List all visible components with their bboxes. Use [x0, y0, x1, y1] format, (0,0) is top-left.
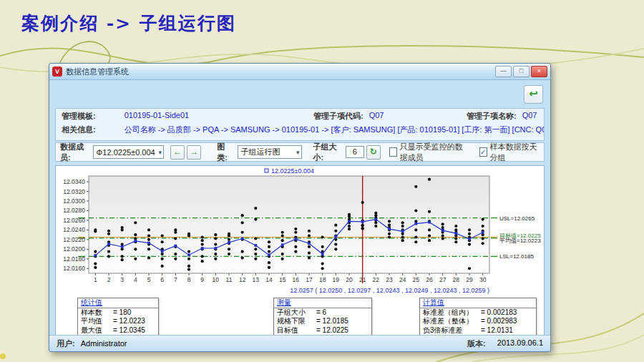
info-row-2: 相关信息: 公司名称 -> 品质部 -> PQA -> SAMSUNG -> 0…: [56, 122, 544, 136]
chart-panel: 12.016012.018012.020012.022012.024012.02…: [55, 165, 545, 340]
chart-type-label: 图类:: [217, 142, 231, 163]
next-member-button[interactable]: →: [187, 145, 201, 160]
svg-text:12.0260: 12.0260: [63, 217, 85, 224]
back-arrow-icon: ↩: [529, 87, 538, 99]
version-label: 版本:: [467, 338, 486, 349]
svg-text:12.0257 ( 12.0250 , 12.0297 ,: 12.0257 ( 12.0250 , 12.0297 , 12.0243 , …: [290, 287, 489, 294]
table-row: 子组大小= 6: [274, 308, 371, 318]
svg-text:20: 20: [346, 276, 353, 283]
svg-text:15: 15: [279, 276, 286, 283]
subgroup-run-chart[interactable]: 12.016012.018012.020012.022012.024012.02…: [56, 166, 544, 295]
data-member-label: 数据成员:: [60, 142, 87, 163]
svg-text:12.0240: 12.0240: [63, 226, 85, 233]
group-by-day-checkbox[interactable]: ✓: [479, 147, 487, 157]
svg-text:24: 24: [399, 276, 406, 283]
svg-text:LSL=12.0185: LSL=12.0185: [499, 253, 534, 260]
svg-text:17: 17: [306, 276, 313, 283]
svg-text:7: 7: [174, 276, 177, 283]
svg-text:6: 6: [160, 276, 164, 283]
check-icon: ✓: [480, 149, 486, 156]
table-row: 样本数= 180: [78, 308, 158, 318]
app-logo-icon: V: [52, 67, 62, 77]
svg-text:26: 26: [426, 276, 433, 283]
chart-type-select[interactable]: 子组运行图 ▾: [238, 145, 302, 159]
template-label: 管理模板:: [62, 111, 96, 122]
svg-text:12.0280: 12.0280: [63, 207, 85, 214]
group-by-day-label: 样本数据按天分组: [490, 142, 540, 163]
svg-text:12.0340: 12.0340: [63, 178, 85, 185]
maximize-button[interactable]: □: [513, 66, 530, 77]
data-member-value: Φ12.0225±0.004: [97, 148, 155, 157]
presentation-slide: 案例介绍 -> 子组运行图 V 数据信息管理系统 — □ × ↩ 管理模板: 0…: [0, 0, 644, 362]
svg-text:22: 22: [373, 276, 380, 283]
svg-text:12.0180: 12.0180: [63, 255, 85, 263]
table-row: 平均值= 12.0223: [78, 317, 158, 326]
info-row-1: 管理模板: 010195-01-Side01 管理子项代码: Q07 管理子项名…: [56, 109, 544, 122]
svg-text:30: 30: [479, 276, 487, 283]
svg-text:5: 5: [147, 276, 151, 283]
svg-text:USL=12.0265: USL=12.0265: [499, 215, 535, 222]
svg-text:11: 11: [226, 276, 233, 283]
svg-text:23: 23: [386, 276, 393, 283]
svg-text:25: 25: [413, 276, 420, 283]
subgroup-size-label: 子组大小:: [313, 142, 341, 163]
svg-text:1: 1: [94, 276, 97, 283]
svg-text:14: 14: [265, 276, 273, 283]
data-member-select[interactable]: Φ12.0225±0.004 ▾: [93, 145, 164, 159]
svg-text:9: 9: [200, 276, 204, 283]
svg-text:16: 16: [293, 276, 300, 283]
statistics-table-header: 统计值: [78, 298, 158, 308]
subitem-code-value: Q07: [369, 111, 384, 122]
svg-text:13: 13: [253, 276, 260, 283]
svg-text:19: 19: [333, 276, 340, 283]
table-row: 标准差（整体）= 0.002983: [420, 317, 536, 326]
toolbar: 数据成员: Φ12.0225±0.004 ▾ ← → 图类: 子组运行图 ▾ 子…: [55, 142, 545, 162]
table-row: 负3倍标准差= 12.0131: [420, 326, 536, 336]
subitem-name-value: Q07: [522, 111, 537, 122]
info-panel: 管理模板: 010195-01-Side01 管理子项代码: Q07 管理子项名…: [55, 108, 545, 141]
svg-text:12.0160: 12.0160: [63, 265, 85, 272]
subgroup-size-input[interactable]: 6: [346, 146, 364, 158]
subitem-name-label: 管理子项名称:: [467, 111, 517, 122]
back-button[interactable]: ↩: [524, 85, 543, 104]
svg-text:10: 10: [213, 276, 220, 283]
svg-text:12.0225±0.004: 12.0225±0.004: [271, 167, 314, 175]
svg-text:2: 2: [107, 276, 111, 283]
measure-table-header: 测量: [274, 298, 371, 308]
subitem-code-label: 管理子项代码:: [313, 111, 364, 122]
svg-text:4: 4: [134, 276, 137, 283]
refresh-button[interactable]: ↻: [366, 145, 381, 160]
page-title: 案例介绍 -> 子组运行图: [21, 11, 236, 35]
user-label: 用户:: [57, 338, 75, 349]
minimize-button[interactable]: —: [495, 66, 512, 77]
chevron-down-icon: ▾: [293, 149, 300, 156]
svg-text:3: 3: [120, 276, 124, 283]
refresh-icon: ↻: [370, 147, 377, 157]
svg-text:28: 28: [453, 276, 460, 283]
chart-type-value: 子组运行图: [241, 147, 280, 157]
monitored-only-checkbox[interactable]: [389, 147, 397, 157]
related-value: 公司名称 -> 品质部 -> PQA -> SAMSUNG -> 010195-…: [125, 124, 544, 135]
svg-text:12.0300: 12.0300: [63, 197, 85, 205]
user-value: Administrator: [81, 339, 127, 348]
template-value: 010195-01-Side01: [125, 111, 190, 122]
table-row: 目标值= 12.0225: [274, 326, 371, 336]
svg-text:12.0320: 12.0320: [63, 188, 85, 195]
window-titlebar[interactable]: V 数据信息管理系统 — □ ×: [49, 64, 550, 80]
table-row: 规格下限= 12.0185: [274, 317, 371, 326]
close-button[interactable]: ×: [531, 66, 547, 77]
svg-text:8: 8: [187, 276, 191, 283]
window-title: 数据信息管理系统: [66, 67, 129, 77]
prev-member-button[interactable]: ←: [170, 145, 185, 160]
svg-text:12.0200: 12.0200: [63, 245, 85, 253]
svg-text:21: 21: [359, 276, 366, 283]
version-value: 2013.09.06.1: [497, 338, 543, 349]
related-label: 相关信息:: [62, 124, 96, 135]
svg-text:平均值=12.0223: 平均值=12.0223: [499, 238, 541, 244]
svg-text:12.0220: 12.0220: [63, 236, 85, 243]
svg-text:29: 29: [466, 276, 473, 283]
calculated-table-header: 计算值: [420, 298, 536, 308]
status-bar: 用户: Administrator 版本: 2013.09.06.1: [49, 335, 550, 351]
table-row: 标准差（组内）= 0.002183: [420, 308, 536, 318]
left-arrow-icon: ←: [173, 147, 182, 157]
